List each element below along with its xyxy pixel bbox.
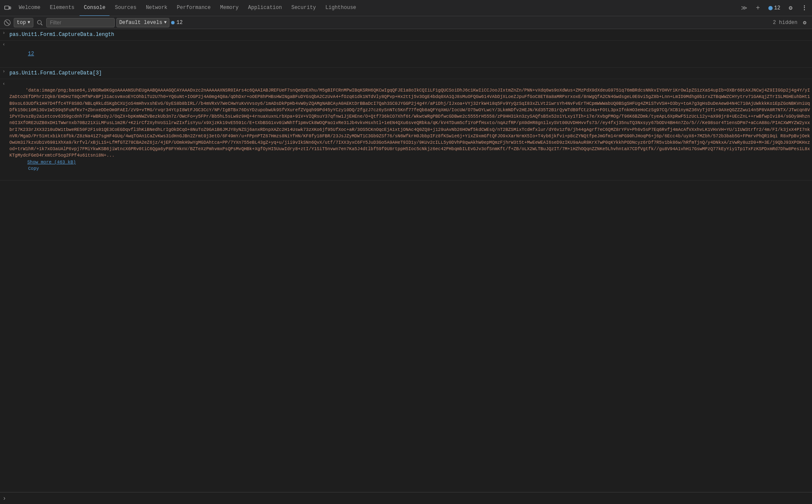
- console-entry-2: ‹ 12: [0, 41, 812, 68]
- chevron-down-icon: ▼: [28, 20, 30, 25]
- entry-arrow-1: ›: [0, 30, 8, 36]
- entry-command-3: pas.Unit1.Form1.CaptureData[3]: [8, 68, 812, 78]
- log-level-selector[interactable]: Default levels ▼: [116, 18, 170, 27]
- copy-button[interactable]: Copy: [28, 166, 39, 171]
- nav-bar: Welcome Elements Console Sources Network…: [0, 0, 812, 16]
- filter-icon[interactable]: [35, 18, 44, 27]
- console-entry-1: › pas.Unit1.Form1.CaptureData.length: [0, 29, 812, 41]
- chevron-down-icon: ▼: [164, 20, 166, 25]
- filter-input[interactable]: [46, 18, 115, 27]
- base64-text: 'data:image/png;base64,iVBORw0KGgoAAAANS…: [9, 88, 810, 158]
- entry-result-2: 12: [8, 42, 812, 66]
- new-tab-icon[interactable]: +: [752, 2, 764, 14]
- svg-rect-1: [9, 7, 11, 9]
- more-options-icon[interactable]: ⋮: [798, 2, 810, 14]
- tab-security[interactable]: Security: [287, 0, 320, 16]
- toolbar-settings-icon[interactable]: ⚙: [800, 18, 809, 27]
- message-count: 12: [176, 20, 182, 26]
- result-link-2[interactable]: 12: [28, 51, 34, 57]
- context-selector[interactable]: top ▼: [14, 18, 33, 27]
- tab-console[interactable]: Console: [80, 0, 110, 16]
- device-toolbar-icon[interactable]: [2, 2, 14, 14]
- entry-command-1: pas.Unit1.Form1.CaptureData.length: [8, 30, 812, 39]
- entry-base64-4: 'data:image/png;base64,iVBORw0KGgoAAAANS…: [8, 80, 812, 179]
- tab-application[interactable]: Application: [244, 0, 286, 16]
- badge-dot: [768, 6, 773, 10]
- entry-arrow-4: ‹: [0, 80, 8, 86]
- show-more-button[interactable]: Show more (463 kB): [27, 160, 76, 165]
- svg-line-3: [6, 21, 9, 24]
- entry-arrow-2: ‹: [0, 42, 8, 47]
- hidden-count: 2 hidden: [773, 20, 797, 26]
- tab-sources[interactable]: Sources: [110, 0, 140, 16]
- tab-memory[interactable]: Memory: [216, 0, 243, 16]
- tab-network[interactable]: Network: [142, 0, 172, 16]
- svg-rect-0: [5, 6, 9, 9]
- toolbar-right: 2 hidden ⚙: [773, 18, 809, 27]
- error-count-badge: 12: [774, 5, 780, 11]
- tab-performance[interactable]: Performance: [172, 0, 215, 16]
- svg-line-5: [41, 24, 42, 25]
- more-tabs-icon[interactable]: ≫: [738, 2, 750, 14]
- entry-arrow-3: ›: [0, 68, 8, 74]
- svg-point-4: [37, 20, 41, 24]
- badge-dot-small: [171, 21, 175, 24]
- console-entry-4: ‹ 'data:image/png;base64,iVBORw0KGgoAAAA…: [0, 79, 812, 181]
- tab-welcome[interactable]: Welcome: [15, 0, 44, 16]
- tab-lighthouse[interactable]: Lighthouse: [321, 0, 361, 16]
- tab-elements[interactable]: Elements: [45, 0, 79, 16]
- console-toolbar: top ▼ Default levels ▼ 12 2 hidden ⚙: [0, 16, 812, 29]
- clear-console-button[interactable]: [3, 18, 12, 27]
- console-content: › pas.Unit1.Form1.CaptureData.length ‹ 1…: [0, 29, 812, 492]
- settings-icon[interactable]: ⚙: [785, 2, 797, 14]
- console-entry-3: › pas.Unit1.Form1.CaptureData[3]: [0, 68, 812, 79]
